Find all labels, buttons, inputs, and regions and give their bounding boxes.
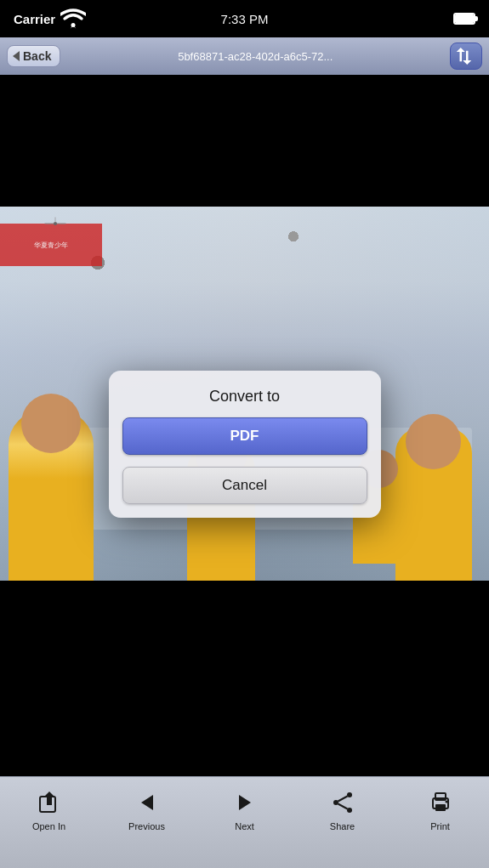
- back-chevron-icon: [13, 51, 20, 61]
- status-bar: Carrier 7:33 PM: [0, 0, 489, 37]
- nav-title: 5bf68871-ac28-402d-a6c5-72...: [60, 50, 450, 63]
- open-in-label: Open In: [32, 821, 65, 831]
- swap-icon: [453, 43, 479, 69]
- back-button[interactable]: Back: [7, 45, 60, 67]
- swap-button[interactable]: [450, 43, 482, 70]
- print-label: Print: [430, 821, 450, 831]
- next-label: Next: [235, 821, 254, 831]
- battery-fill: [455, 14, 474, 23]
- pdf-button[interactable]: PDF: [122, 417, 367, 455]
- convert-dialog: Convert to PDF Cancel: [109, 371, 381, 518]
- svg-point-0: [71, 23, 76, 27]
- pdf-button-label: PDF: [230, 428, 259, 445]
- dialog-overlay: Convert to PDF Cancel: [0, 75, 489, 814]
- status-right: [453, 13, 475, 25]
- status-time: 7:33 PM: [221, 12, 269, 26]
- carrier-label: Carrier: [14, 12, 55, 26]
- back-label: Back: [23, 49, 51, 63]
- share-label: Share: [330, 821, 355, 831]
- cancel-button[interactable]: Cancel: [122, 467, 367, 504]
- cancel-button-label: Cancel: [222, 477, 267, 494]
- nav-bar: Back 5bf68871-ac28-402d-a6c5-72...: [0, 37, 489, 75]
- previous-label: Previous: [128, 821, 165, 831]
- content-area: 华夏青少年: [0, 75, 489, 814]
- carrier-info: Carrier: [14, 6, 86, 31]
- dialog-title: Convert to: [209, 388, 280, 406]
- wifi-icon: [60, 6, 86, 31]
- battery-icon: [453, 13, 475, 25]
